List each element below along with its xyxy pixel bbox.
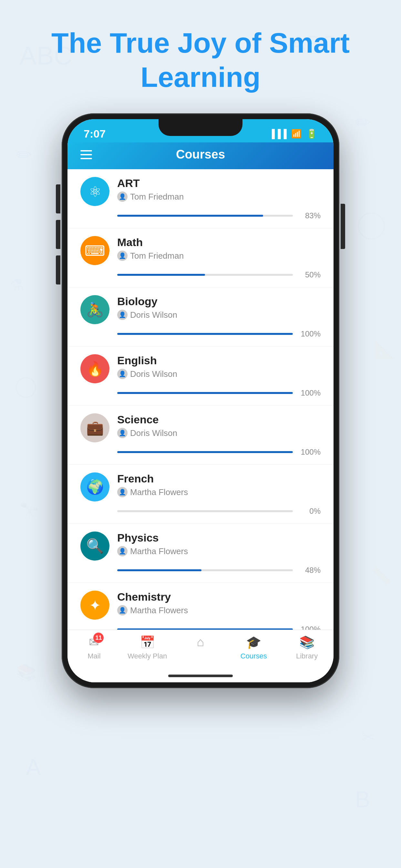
progress-pct: 83% [298,211,320,220]
teacher-name: Martha Flowers [130,487,188,497]
course-row: 🌍 French 👤 Martha Flowers [81,472,320,501]
svg-point-6 [359,213,384,239]
course-info-biology: Biology 👤 Doris Wilson [117,295,320,320]
course-item-english[interactable]: 🔥 English 👤 Doris Wilson 100% [67,346,334,406]
svg-text:📚: 📚 [16,663,36,682]
course-icon-english: 🔥 [81,354,110,383]
nav-label-mail: Mail [88,652,100,660]
nav-item-weekly-plan[interactable]: 📅 Weekly Plan [121,635,174,660]
course-icon-art: ⚛ [81,177,110,206]
phone-screen: 7:07 ▐▐▐ 📶 🔋 Courses ⚛ ART [67,119,334,682]
progress-bar-fill [117,215,263,217]
course-item-math[interactable]: ⌨ Math 👤 Tom Friedman 50% [67,228,334,287]
course-row: ⌨ Math 👤 Tom Friedman [81,236,320,265]
progress-bar-fill [117,274,205,276]
teacher-name: Doris Wilson [130,428,177,438]
course-teacher: 👤 Martha Flowers [117,546,320,556]
svg-text:A: A [26,755,41,780]
course-name: Science [117,413,320,426]
progress-row: 48% [81,566,320,575]
nav-item-home[interactable]: ⌂ [174,635,227,660]
hero-section: The True Joy of Smart Learning [32,26,369,94]
nav-icon-mail: ✉ 11 [89,635,99,649]
progress-pct: 48% [298,566,320,575]
svg-text:📏: 📏 [371,566,392,585]
course-item-french[interactable]: 🌍 French 👤 Martha Flowers 0% [67,465,334,524]
teacher-name: Tom Friedman [130,192,184,202]
svg-text:✏: ✏ [16,144,32,166]
course-info-art: ART 👤 Tom Friedman [117,177,320,202]
teacher-name: Tom Friedman [130,251,184,261]
svg-text:✏: ✏ [355,112,371,133]
course-item-physics1[interactable]: 🔍 Physics 👤 Martha Flowers 48% [67,524,334,583]
course-info-english: English 👤 Doris Wilson [117,354,320,379]
course-teacher: 👤 Doris Wilson [117,369,320,379]
progress-row: 100% [81,330,320,338]
progress-row: 100% [81,389,320,398]
course-teacher: 👤 Doris Wilson [117,428,320,438]
teacher-avatar: 👤 [117,487,127,497]
bottom-nav: ✉ 11 Mail 📅 Weekly Plan ⌂ 🎓 Courses 📚 Li… [67,630,334,670]
course-name: ART [117,177,320,190]
course-item-chemistry[interactable]: ✦ Chemistry 👤 Martha Flowers 100% [67,583,334,630]
course-row: 🔍 Physics 👤 Martha Flowers [81,531,320,561]
nav-icon-library: 📚 [299,635,314,649]
course-row: ✦ Chemistry 👤 Martha Flowers [81,591,320,620]
teacher-avatar: 👤 [117,310,127,320]
course-item-science[interactable]: 💼 Science 👤 Doris Wilson 100% [67,406,334,465]
nav-item-library[interactable]: 📚 Library [280,635,334,660]
nav-icon-home: ⌂ [197,635,204,649]
course-info-chemistry: Chemistry 👤 Martha Flowers [117,591,320,616]
course-item-art[interactable]: ⚛ ART 👤 Tom Friedman 83% [67,169,334,228]
svg-text:B: B [355,787,370,812]
teacher-name: Martha Flowers [130,547,188,556]
phone-frame: 7:07 ▐▐▐ 📶 🔋 Courses ⚛ ART [62,113,339,688]
course-icon-chemistry: ✦ [81,591,110,620]
nav-icon-courses: 🎓 [246,635,261,649]
course-icon-french: 🌍 [81,472,110,501]
course-info-physics1: Physics 👤 Martha Flowers [117,531,320,556]
home-bar [168,675,233,677]
progress-row: 100% [81,447,320,457]
course-name: Chemistry [117,591,320,603]
nav-label-weekly-plan: Weekly Plan [127,652,167,660]
course-row: 🔥 English 👤 Doris Wilson [81,354,320,383]
course-teacher: 👤 Martha Flowers [117,487,320,497]
course-list[interactable]: ⚛ ART 👤 Tom Friedman 83% ⌨ Math [67,169,334,630]
teacher-avatar: 👤 [117,251,127,261]
course-name: Biology [117,295,320,308]
course-info-french: French 👤 Martha Flowers [117,472,320,497]
progress-bar-bg [117,274,293,276]
svg-text:🔭: 🔭 [19,501,40,521]
signal-icon: ▐▐▐ [269,129,287,139]
header-title: Courses [176,148,225,161]
nav-item-mail[interactable]: ✉ 11 Mail [67,635,121,660]
course-teacher: 👤 Doris Wilson [117,310,320,320]
svg-point-7 [16,378,35,397]
progress-pct: 100% [298,447,320,457]
progress-pct: 100% [298,625,320,630]
nav-icon-weekly-plan: 📅 [140,635,155,649]
teacher-avatar: 👤 [117,191,127,202]
progress-bar-bg [117,392,293,394]
status-time: 7:07 [84,128,105,140]
progress-bar-bg [117,451,293,453]
course-name: English [117,354,320,367]
wifi-icon: 📶 [291,129,302,139]
course-item-biology[interactable]: 🚴 Biology 👤 Doris Wilson 100% [67,287,334,346]
battery-icon: 🔋 [306,128,317,139]
course-name: Physics [117,531,320,544]
teacher-avatar: 👤 [117,546,127,556]
course-row: 💼 Science 👤 Doris Wilson [81,413,320,442]
course-teacher: 👤 Tom Friedman [117,191,320,202]
course-icon-physics1: 🔍 [81,531,110,561]
hero-title: The True Joy of Smart Learning [51,26,350,94]
nav-label-courses: Courses [241,652,267,660]
teacher-avatar: 👤 [117,428,127,438]
course-info-math: Math 👤 Tom Friedman [117,236,320,261]
progress-bar-bg [117,333,293,335]
nav-label-library: Library [296,652,318,660]
hamburger-menu[interactable] [81,150,92,159]
nav-item-courses[interactable]: 🎓 Courses [227,635,280,660]
course-teacher: 👤 Tom Friedman [117,251,320,261]
